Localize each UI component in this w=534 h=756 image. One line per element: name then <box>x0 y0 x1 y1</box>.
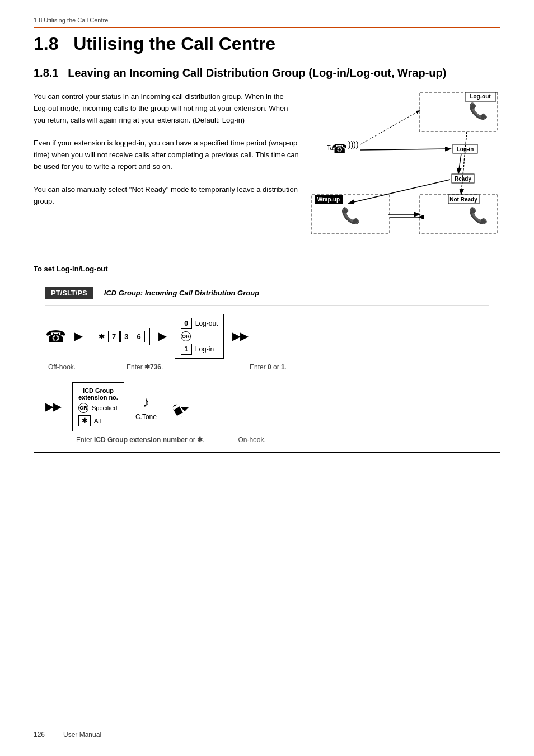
icd-label: ICD Group: Incoming Call Distribution Gr… <box>104 289 259 297</box>
arrow-2: ▶ <box>158 330 166 342</box>
step4-desc: Enter ICD Group extension number or ✱. <box>76 436 204 444</box>
ctone-step: ♪ C.Tone <box>135 393 157 421</box>
key-1: 1 <box>181 344 192 355</box>
step5-desc: On-hook. <box>238 436 283 444</box>
svg-line-25 <box>360 111 419 144</box>
choice-1: 1 Log-in <box>181 344 218 355</box>
page-footer: 126 User Manual <box>34 730 101 739</box>
icd-specified-row: OR Specified <box>78 403 118 413</box>
key-0: 0 <box>181 318 192 329</box>
all-label: All <box>94 417 101 424</box>
svg-text:📞: 📞 <box>341 206 360 225</box>
footer-divider <box>54 730 54 739</box>
svg-text:📞: 📞 <box>469 102 488 120</box>
svg-text:Not Ready: Not Ready <box>449 196 477 203</box>
svg-text:Wrap-up: Wrap-up <box>317 196 340 203</box>
page: 1.8 Utilising the Call Centre 1.8 Utilis… <box>0 0 534 756</box>
spacer-1 <box>48 436 65 444</box>
log-in-label: Log-in <box>195 345 214 353</box>
breadcrumb: 1.8 Utilising the Call Centre <box>34 17 500 28</box>
procedure-section: To set Log-in/Log-out PT/SLT/PS ICD Grou… <box>34 265 500 453</box>
choice-0: 0 Log-out <box>181 318 218 329</box>
or-indicator: OR <box>181 331 191 341</box>
icd-or-indicator: OR <box>78 403 88 413</box>
flow-diagram: 📞 📞 📞 ☎ Talk. )))) Log-out Log-in Ready <box>310 91 500 248</box>
key-7: 7 <box>108 331 120 342</box>
step3-desc: Enter 0 or 1. <box>250 363 334 371</box>
key-sequence-736: ✱ 7 3 6 <box>91 328 150 345</box>
procedure-title: To set Log-in/Log-out <box>34 265 500 273</box>
svg-text:📞: 📞 <box>469 206 488 225</box>
step2-desc: Enter ✱736. <box>127 363 230 371</box>
description-text: You can control your status in an incomi… <box>34 91 299 248</box>
handset-down-icon <box>168 396 202 418</box>
svg-text:)))): )))) <box>348 140 359 149</box>
svg-text:Talk.: Talk. <box>327 144 340 151</box>
step-row-2: ▶▶ ICD Groupextension no. OR Specified ✱… <box>45 382 489 431</box>
log-out-label: Log-out <box>195 320 218 327</box>
key-star: ✱ <box>96 331 107 342</box>
arrow-1: ▶ <box>74 330 82 342</box>
svg-line-21 <box>349 180 450 203</box>
or-row: OR <box>181 331 218 341</box>
svg-line-24 <box>461 132 467 194</box>
key-3: 3 <box>120 331 132 342</box>
ctone-label: C.Tone <box>135 413 157 421</box>
step-labels-1: Off-hook. Enter ✱736. Enter 0 or 1. <box>45 363 489 371</box>
page-number: 126 <box>34 731 45 739</box>
section-title: 1.8 Utilising the Call Centre <box>34 34 500 54</box>
step-labels-2: Enter ICD Group extension number or ✱. O… <box>45 436 489 444</box>
key-6: 6 <box>133 331 144 342</box>
diagram-area: 📞 📞 📞 ☎ Talk. )))) Log-out Log-in Ready <box>310 91 500 248</box>
icd-group-box: ICD Groupextension no. OR Specified ✱ Al… <box>72 382 124 431</box>
svg-text:Log-out: Log-out <box>470 93 491 100</box>
manual-label: User Manual <box>63 731 101 739</box>
icd-group-label: ICD Groupextension no. <box>78 387 118 401</box>
step-row-1: ☎ ▶ ✱ 7 3 6 ▶ 0 Log-out <box>45 314 489 359</box>
onhook-step <box>168 396 202 418</box>
procedure-box: PT/SLT/PS ICD Group: Incoming Call Distr… <box>34 278 500 453</box>
step1-desc: Off-hook. <box>48 363 101 371</box>
offhook-step: ☎ <box>45 327 66 346</box>
procedure-header: PT/SLT/PS ICD Group: Incoming Call Distr… <box>45 287 489 306</box>
icd-all-row: ✱ All <box>78 415 118 426</box>
icd-star-key: ✱ <box>78 415 91 426</box>
specified-label: Specified <box>92 405 117 411</box>
phone-offhook-icon: ☎ <box>45 327 66 346</box>
svg-line-20 <box>458 154 461 173</box>
choice-box: 0 Log-out OR 1 Log-in <box>175 314 224 359</box>
pt-label: PT/SLT/PS <box>45 287 93 299</box>
ctone-icon: ♪ <box>142 393 149 411</box>
content-area: You can control your status in an incomi… <box>34 91 500 248</box>
double-arrow-2: ▶▶ <box>45 401 61 413</box>
subsection-title: 1.8.1 Leaving an Incoming Call Distribut… <box>34 65 500 80</box>
double-arrow-1: ▶▶ <box>232 330 248 342</box>
svg-line-19 <box>360 149 450 150</box>
